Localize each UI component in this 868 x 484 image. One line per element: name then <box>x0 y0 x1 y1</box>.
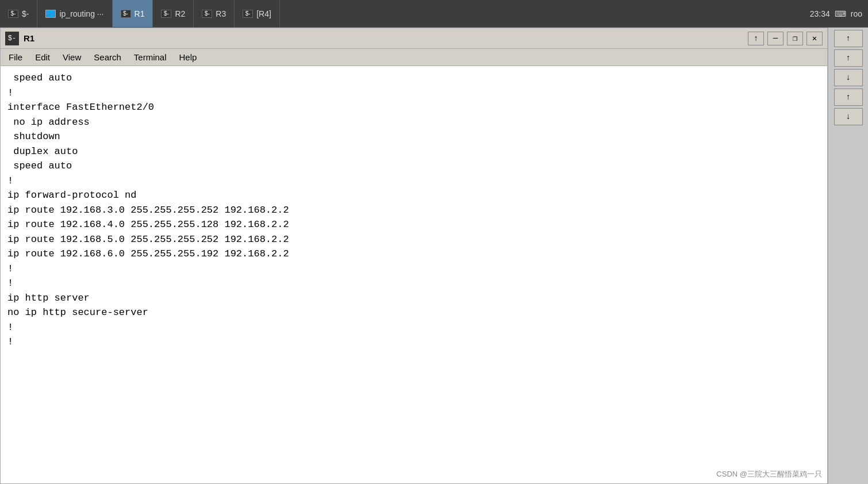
clock-time: 23:34 <box>810 9 830 18</box>
taskbar-item-r1[interactable]: $-R1 <box>113 0 153 27</box>
terminal-icon: $- <box>161 10 171 18</box>
taskbar-label-terminal-base: $- <box>22 9 29 18</box>
menu-bar: FileEditViewSearchTerminalHelp <box>1 49 827 66</box>
window-title: R1 <box>24 33 34 43</box>
scrollbar-area: ↑ ↑ ↓ ↑ ↓ <box>828 28 868 484</box>
terminal-icon: $- <box>243 10 253 18</box>
taskbar-item-terminal-base[interactable]: $-$- <box>0 0 37 27</box>
title-bar-left: $- R1 <box>5 32 34 45</box>
scrollbar-up-btn[interactable]: ↑ <box>834 30 863 47</box>
taskbar-label-ip-routing: ip_routing ··· <box>59 9 103 18</box>
taskbar-item-r3[interactable]: $-R3 <box>194 0 235 27</box>
menu-item-terminal[interactable]: Terminal <box>128 51 172 63</box>
scrollbar-item-4[interactable]: ↓ <box>834 108 863 125</box>
taskbar-label-r2: R2 <box>175 9 185 18</box>
terminal-icon: $- <box>8 10 18 18</box>
taskbar-item-r2[interactable]: $-R2 <box>153 0 194 27</box>
minimize-button[interactable]: ─ <box>767 32 783 45</box>
menu-item-edit[interactable]: Edit <box>29 51 56 63</box>
menu-item-view[interactable]: View <box>57 51 87 63</box>
close-button[interactable]: ✕ <box>806 32 823 45</box>
browser-icon: 🌐 <box>45 10 56 18</box>
taskbar-item-ip-routing[interactable]: 🌐ip_routing ··· <box>37 0 112 27</box>
title-bar: $- R1 ↑ ─ ❐ ✕ <box>1 28 827 49</box>
taskbar: $-$-🌐ip_routing ···$-R1$-R2$-R3$-[R4]23:… <box>0 0 868 28</box>
scrollbar-item-3[interactable]: ↑ <box>834 89 863 106</box>
taskbar-label-r4: [R4] <box>256 9 271 18</box>
taskbar-label-r3: R3 <box>216 9 226 18</box>
terminal-window: $- R1 ↑ ─ ❐ ✕ FileEditViewSearchTerminal… <box>0 28 828 484</box>
keyboard-icon: ⌨ <box>835 9 846 18</box>
menu-item-help[interactable]: Help <box>174 51 203 63</box>
menu-item-search[interactable]: Search <box>88 51 127 63</box>
terminal-content[interactable]: speed auto ! interface FastEthernet2/0 n… <box>1 66 827 483</box>
taskbar-label-r1: R1 <box>135 9 145 18</box>
user-label: roo <box>851 9 862 18</box>
window-controls: ↑ ─ ❐ ✕ <box>748 32 823 45</box>
taskbar-item-r4[interactable]: $-[R4] <box>235 0 280 27</box>
terminal-icon: $- <box>121 10 131 18</box>
maximize-button[interactable]: ❐ <box>787 32 803 45</box>
scroll-up-button[interactable]: ↑ <box>748 32 764 45</box>
terminal-title-icon: $- <box>5 32 19 45</box>
scrollbar-item-1[interactable]: ↑ <box>834 49 863 67</box>
watermark: CSDN @三院大三醒悟菜鸡一只 <box>716 469 822 479</box>
terminal-icon: $- <box>202 10 212 18</box>
menu-item-file[interactable]: File <box>3 51 28 63</box>
taskbar-clock: 23:34⌨roo <box>804 9 868 18</box>
scrollbar-item-2[interactable]: ↓ <box>834 69 863 86</box>
